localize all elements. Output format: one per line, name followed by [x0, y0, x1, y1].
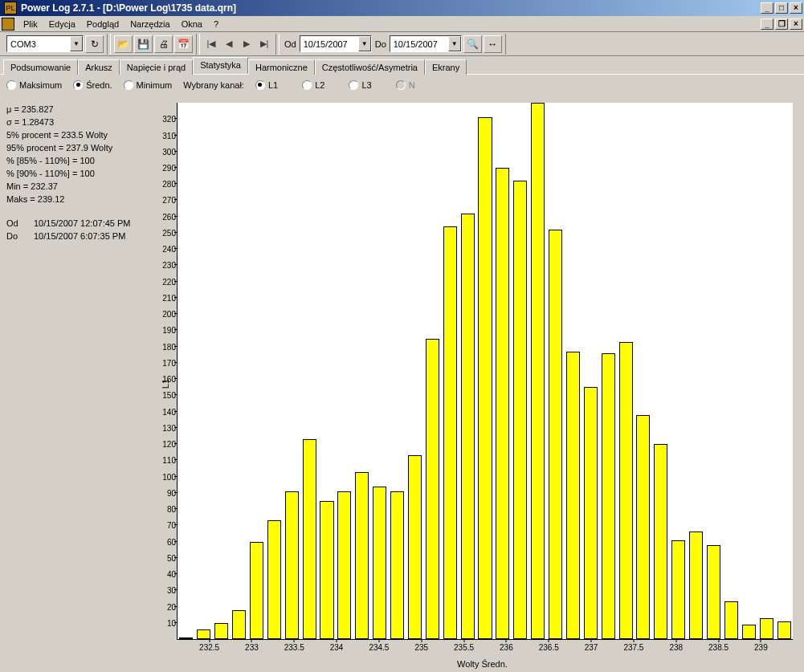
date-od-dropdown[interactable]: ▼ [358, 36, 371, 51]
minimize-button[interactable]: _ [761, 2, 773, 14]
tab-podsumowanie[interactable]: Podsumowanie [3, 59, 78, 75]
chart-bar [602, 353, 615, 639]
chart-bar [566, 352, 580, 639]
port-combo[interactable]: ▼ [6, 35, 84, 52]
chart-bar [408, 455, 422, 639]
x-tick-label: 233 [245, 643, 259, 652]
port-combo-input[interactable] [7, 36, 70, 51]
time-do-val: 10/15/2007 6:07:35 PM [34, 230, 125, 242]
mode-maksimum[interactable]: Maksimum [6, 80, 62, 90]
channel-l2[interactable]: L2 [302, 80, 324, 90]
print-icon: 🖨 [159, 39, 169, 50]
y-tick-label: 290 [155, 163, 176, 172]
open-button[interactable]: 📂 [114, 35, 133, 53]
chart-bar [461, 214, 475, 639]
menu-okna[interactable]: Okna [176, 18, 208, 31]
x-tick-label: 237.5 [623, 643, 643, 652]
close-button[interactable]: × [790, 2, 802, 14]
stat-p5: 5% procent = 233.5 Wolty [6, 128, 154, 141]
stat-p95: 95% procent = 237.9 Wolty [6, 141, 154, 154]
toolbar: ▼ ↻ 📂 💾 🖨 📅 |◀ ◀ ▶ ▶| Od ▼ Do ▼ 🔍 ↔ [0, 32, 804, 56]
y-tick-label: 320 [155, 115, 176, 124]
options-panel: Maksimum Średn. Minimum Wybrany kanał: L… [0, 74, 804, 95]
y-tick-label: 20 [155, 602, 176, 611]
date-do-dropdown[interactable]: ▼ [448, 36, 461, 51]
print-button[interactable]: 🖨 [154, 35, 173, 53]
x-tick-label: 238.5 [708, 643, 728, 652]
chart-bar [531, 103, 545, 639]
x-tick-label: 236.5 [539, 643, 559, 652]
chart-bar [654, 444, 667, 639]
mdi-restore-button[interactable]: ❐ [775, 18, 788, 30]
mdi-close-button[interactable]: × [790, 18, 802, 30]
x-tick-label: 235 [414, 643, 428, 652]
calendar-button[interactable]: 📅 [174, 35, 193, 53]
nav-last-button[interactable]: ▶| [256, 35, 272, 53]
save-button[interactable]: 💾 [134, 35, 153, 53]
channel-l3[interactable]: L3 [349, 80, 371, 90]
chart-bar [214, 623, 228, 639]
chart-bar [636, 415, 650, 639]
date-od-input[interactable] [300, 36, 358, 51]
mode-minimum[interactable]: Minimum [124, 80, 173, 90]
mdi-minimize-button[interactable]: _ [761, 18, 773, 30]
y-tick-label: 60 [155, 537, 176, 546]
zoom-button[interactable]: 🔍 [463, 35, 482, 53]
tab-ekrany[interactable]: Ekrany [425, 59, 467, 75]
radio-icon [396, 80, 406, 90]
chart-bar [742, 625, 756, 639]
channel-l1[interactable]: L1 [255, 80, 278, 90]
menu-edycja[interactable]: Edycja [43, 18, 81, 31]
menu-podglad[interactable]: Podgląd [81, 18, 124, 31]
chart-bar [337, 491, 351, 639]
nav-prev-button[interactable]: ◀ [221, 35, 237, 53]
time-od-lbl: Od [6, 217, 34, 230]
tab-arkusz[interactable]: Arkusz [78, 59, 120, 75]
mode-sredn[interactable]: Średn. [73, 80, 112, 90]
menu-help[interactable]: ? [208, 18, 224, 31]
x-tick-label: 234 [330, 643, 344, 652]
nav-first-button[interactable]: |◀ [203, 35, 219, 53]
mode-label: Średn. [86, 80, 112, 90]
chart-bar [232, 610, 246, 639]
chart-bar [549, 230, 562, 639]
tab-statystyka[interactable]: Statystyka [193, 57, 248, 74]
date-do-combo[interactable]: ▼ [390, 35, 462, 52]
stat-pct90: % [90% - 110%] = 100 [6, 167, 154, 180]
range-button[interactable]: ↔ [484, 35, 502, 53]
chart-panel: L1 Wolty Średn. 102030405060708090100110… [161, 95, 804, 672]
y-tick-label: 310 [155, 131, 176, 140]
nav-next-button[interactable]: ▶ [239, 35, 255, 53]
y-tick-label: 120 [155, 440, 176, 449]
chart-bar [267, 520, 281, 639]
y-tick-label: 150 [155, 391, 176, 400]
stat-sigma: σ = 1.28473 [6, 116, 154, 128]
file-group: 📂 💾 🖨 📅 [110, 34, 197, 55]
date-do-input[interactable] [390, 36, 448, 51]
menu-narzedzia[interactable]: Narzędzia [124, 18, 176, 31]
reload-button[interactable]: ↻ [85, 35, 104, 53]
stats-panel: μ = 235.827 σ = 1.28473 5% procent = 233… [0, 95, 161, 672]
tab-harmoniczne[interactable]: Harmoniczne [248, 59, 315, 75]
port-combo-dropdown[interactable]: ▼ [70, 36, 83, 51]
chart-bar [724, 601, 738, 639]
y-tick-label: 230 [155, 261, 176, 270]
chart-bar [478, 117, 492, 639]
stat-min: Min = 232.37 [6, 180, 154, 193]
folder-open-icon: 📂 [117, 39, 129, 50]
date-od-combo[interactable]: ▼ [300, 35, 372, 52]
maximize-button[interactable]: □ [775, 2, 788, 14]
channel-option: L1 [268, 80, 278, 90]
y-tick-label: 160 [155, 375, 176, 384]
menu-plik[interactable]: Plik [18, 18, 43, 31]
chart-bar [426, 339, 439, 639]
tab-czestotliwosc[interactable]: Częstotliwość/Asymetria [315, 59, 425, 75]
tab-napiecie[interactable]: Napięcie i prąd [120, 59, 193, 75]
y-tick-label: 200 [155, 310, 176, 319]
app-icon: PL [4, 2, 17, 14]
channel-radio-group: L1 L2 L3 N [255, 80, 415, 90]
radio-icon [255, 80, 265, 90]
chart-bar [179, 637, 193, 639]
nav-group: |◀ ◀ ▶ ▶| [199, 34, 276, 55]
chart-area: 1020304050607080901001101201301401501601… [177, 103, 793, 640]
